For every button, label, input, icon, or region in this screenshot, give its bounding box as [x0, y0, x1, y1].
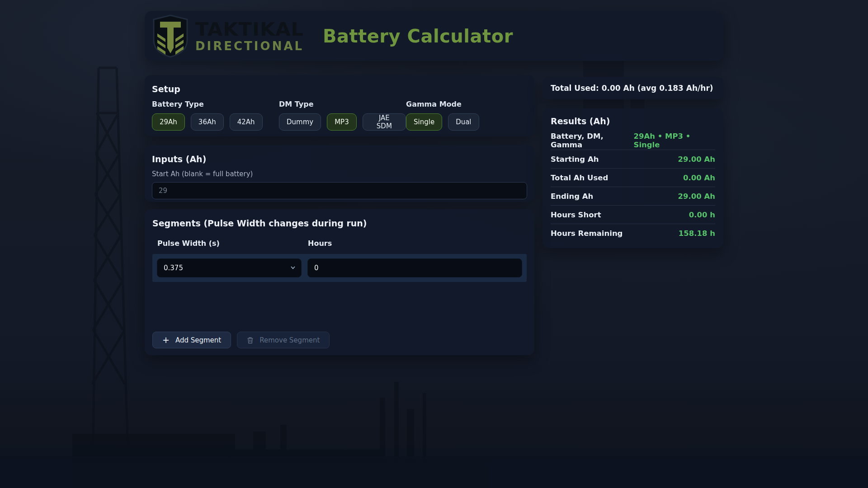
- trash-icon: [247, 337, 254, 344]
- brand-tagline: DIRECTIONAL: [195, 40, 314, 52]
- result-label: Battery, DM, Gamma: [551, 132, 634, 149]
- dm-type-label: DM Type: [279, 100, 406, 108]
- result-value: 0.00 Ah: [683, 174, 715, 182]
- hours-column-header: Hours: [308, 239, 332, 248]
- dm-type-group: DM Type Dummy MP3 JAE SDM: [279, 100, 406, 131]
- result-label: Total Ah Used: [551, 174, 608, 182]
- battery-type-group: Battery Type 29Ah 36Ah 42Ah: [152, 100, 279, 131]
- start-ah-label: Start Ah (blank = full battery): [152, 170, 527, 178]
- gamma-mode-group: Gamma Mode Single Dual: [406, 100, 479, 131]
- result-row-total-ah-used: Total Ah Used 0.00 Ah: [551, 169, 715, 187]
- gamma-mode-single-button[interactable]: Single: [406, 113, 442, 131]
- battery-type-label: Battery Type: [152, 100, 279, 108]
- inputs-panel: Inputs (Ah) Start Ah (blank = full batte…: [145, 145, 534, 202]
- setup-panel: Setup Battery Type 29Ah 36Ah 42Ah DM Typ…: [145, 75, 534, 136]
- gamma-mode-label: Gamma Mode: [406, 100, 479, 108]
- result-row-hours-short: Hours Short 0.00 h: [551, 206, 715, 224]
- result-value: 158.18 h: [679, 229, 715, 238]
- setup-heading: Setup: [152, 84, 527, 94]
- total-used-text: Total Used: 0.00 Ah (avg 0.183 Ah/hr): [551, 84, 713, 93]
- taktikal-shield-logo-icon: [152, 14, 189, 58]
- result-label: Hours Remaining: [551, 229, 623, 238]
- result-value: 29Ah • MP3 • Single: [634, 132, 716, 149]
- segments-panel: Segments (Pulse Width changes during run…: [145, 209, 534, 355]
- result-row-ending-ah: Ending Ah 29.00 Ah: [551, 187, 715, 206]
- total-used-banner: Total Used: 0.00 Ah (avg 0.183 Ah/hr): [542, 77, 723, 99]
- battery-calculator-app: TAKTIKAL DIRECTIONAL Battery Calculator …: [145, 0, 723, 355]
- remove-segment-label: Remove Segment: [259, 336, 320, 344]
- battery-type-29ah-button[interactable]: 29Ah: [152, 113, 185, 131]
- header: TAKTIKAL DIRECTIONAL Battery Calculator: [145, 11, 723, 61]
- result-label: Starting Ah: [551, 155, 599, 164]
- result-value: 29.00 Ah: [678, 155, 715, 164]
- segment-row[interactable]: 0.375: [152, 254, 527, 282]
- segments-heading: Segments (Pulse Width changes during run…: [152, 218, 527, 228]
- result-row-battery-dm-gamma: Battery, DM, Gamma 29Ah • MP3 • Single: [551, 131, 715, 150]
- result-row-hours-remaining: Hours Remaining 158.18 h: [551, 224, 715, 243]
- brand-name: TAKTIKAL: [195, 20, 314, 39]
- result-label: Hours Short: [551, 211, 601, 219]
- pulse-width-select-wrap: 0.375: [157, 258, 302, 277]
- battery-type-42ah-button[interactable]: 42Ah: [230, 113, 263, 131]
- battery-type-36ah-button[interactable]: 36Ah: [191, 113, 224, 131]
- results-panel: Results (Ah) Battery, DM, Gamma 29Ah • M…: [542, 108, 723, 248]
- results-heading: Results (Ah): [551, 116, 715, 126]
- plus-icon: +: [162, 336, 170, 344]
- segment-hours-input[interactable]: [307, 258, 522, 277]
- result-label: Ending Ah: [551, 192, 593, 201]
- dm-type-mp3-button[interactable]: MP3: [327, 113, 357, 131]
- result-row-starting-ah: Starting Ah 29.00 Ah: [551, 150, 715, 169]
- brand-wordmark: TAKTIKAL DIRECTIONAL: [195, 20, 314, 52]
- remove-segment-button[interactable]: Remove Segment: [237, 332, 330, 348]
- dm-type-jae-sdm-button[interactable]: JAE SDM: [363, 113, 406, 131]
- dm-type-dummy-button[interactable]: Dummy: [279, 113, 321, 131]
- inputs-heading: Inputs (Ah): [152, 154, 527, 164]
- result-value: 0.00 h: [689, 211, 715, 219]
- start-ah-input[interactable]: [152, 182, 527, 199]
- pulse-width-column-header: Pulse Width (s): [157, 239, 308, 248]
- pulse-width-select[interactable]: 0.375: [157, 258, 302, 277]
- add-segment-button[interactable]: + Add Segment: [152, 332, 231, 348]
- gamma-mode-dual-button[interactable]: Dual: [448, 113, 479, 131]
- add-segment-label: Add Segment: [175, 336, 221, 344]
- result-value: 29.00 Ah: [678, 192, 715, 201]
- page-title: Battery Calculator: [323, 26, 513, 47]
